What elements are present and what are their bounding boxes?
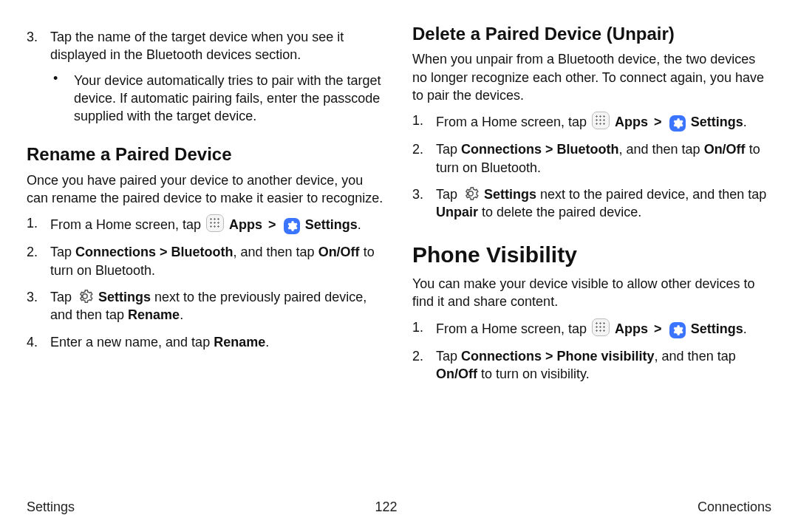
step-number: 1. [412, 318, 436, 338]
step-text: . [180, 307, 183, 322]
chevron-icon: > [654, 321, 662, 336]
apps-icon [206, 214, 224, 232]
step-bold: On/Off [704, 142, 746, 157]
chevron-icon: > [268, 217, 276, 232]
step-text: to delete the paired device. [478, 205, 641, 219]
step-bold: Rename [214, 335, 265, 349]
step-number: 2. [412, 140, 436, 177]
settings-gear-icon [77, 288, 93, 304]
step-bold: Settings [484, 187, 536, 202]
step-end: . [743, 321, 747, 336]
settings-icon [669, 115, 686, 132]
rename-step-1: 1. From a Home screen, tap Apps > Settin… [27, 214, 386, 234]
settings-label: Settings [691, 115, 743, 129]
step-number: 1. [412, 112, 436, 132]
visibility-intro: You can make your device visible to allo… [412, 275, 771, 311]
rename-intro: Once you have paired your device to anot… [27, 171, 386, 208]
visibility-heading: Phone Visibility [412, 240, 771, 270]
visibility-step-1: 1. From a Home screen, tap Apps > Settin… [412, 318, 771, 338]
apps-label: Apps [229, 217, 262, 232]
rename-heading: Rename a Paired Device [27, 143, 386, 166]
step-text: , and then tap [619, 142, 704, 157]
step-bold: On/Off [318, 245, 360, 259]
delete-heading: Delete a Paired Device (Unpair) [412, 22, 771, 46]
bullet-text: Your device automatically tries to pair … [74, 72, 386, 126]
step-number: 4. [27, 333, 50, 351]
footer-left: Settings [27, 498, 75, 516]
footer-right: Connections [698, 498, 771, 516]
step-text: Tap [50, 290, 75, 304]
step-bold: On/Off [436, 366, 477, 381]
settings-label: Settings [691, 321, 743, 336]
pair-step-3-bullet: • Your device automatically tries to pai… [50, 72, 386, 126]
settings-gear-icon [463, 185, 479, 202]
step-text: Tap [436, 142, 461, 157]
step-number: 3. [27, 288, 50, 324]
apps-icon [592, 112, 610, 129]
settings-icon [284, 218, 300, 234]
left-column: 3. Tap the name of the target device whe… [27, 22, 386, 392]
step-number: 2. [27, 243, 50, 279]
two-column-layout: 3. Tap the name of the target device whe… [27, 22, 771, 392]
step-bold: Settings [98, 290, 151, 304]
step-number: 3. [27, 28, 50, 129]
step-number: 2. [412, 347, 436, 383]
step-text: Tap the name of the target device when y… [50, 30, 344, 62]
step-text: next to the paired device, and then tap [536, 187, 766, 202]
apps-label: Apps [615, 115, 648, 129]
step-bold: Connections > Bluetooth [461, 142, 619, 157]
visibility-step-2: 2. Tap Connections > Phone visibility, a… [412, 347, 771, 383]
bullet-icon: • [50, 72, 74, 126]
step-number: 1. [27, 214, 50, 234]
page-footer: Settings 122 Connections [27, 498, 771, 516]
rename-step-4: 4. Enter a new name, and tap Rename. [27, 333, 386, 351]
step-end: . [743, 115, 747, 129]
rename-step-3: 3. Tap Settings next to the previously p… [27, 288, 386, 324]
right-column: Delete a Paired Device (Unpair) When you… [412, 22, 771, 392]
delete-intro: When you unpair from a Bluetooth device,… [412, 50, 771, 104]
chevron-icon: > [654, 115, 662, 129]
step-end: . [358, 217, 361, 232]
step-text: Tap [436, 349, 461, 364]
step-text: . [265, 335, 269, 349]
step-text: to turn on visibility. [477, 366, 590, 381]
rename-step-2: 2. Tap Connections > Bluetooth, and then… [27, 243, 386, 279]
settings-label: Settings [305, 217, 358, 232]
step-text: Enter a new name, and tap [50, 335, 214, 349]
step-bold: Unpair [436, 205, 478, 219]
step-text: , and then tap [233, 245, 318, 259]
step-text: Tap [436, 187, 461, 202]
apps-icon [592, 318, 610, 336]
manual-page: 3. Tap the name of the target device whe… [0, 0, 798, 532]
settings-icon [669, 322, 686, 338]
step-number: 3. [412, 185, 436, 222]
step-bold: Connections > Bluetooth [75, 245, 233, 259]
step-text: From a Home screen, tap [50, 217, 205, 232]
footer-page-number: 122 [375, 498, 397, 516]
step-text: Tap [50, 245, 75, 259]
step-bold: Connections > Phone visibility [461, 349, 655, 364]
pair-step-3: 3. Tap the name of the target device whe… [27, 28, 386, 129]
delete-step-2: 2. Tap Connections > Bluetooth, and then… [412, 140, 771, 177]
delete-step-3: 3. Tap Settings next to the paired devic… [412, 185, 771, 222]
step-text: From a Home screen, tap [436, 115, 590, 129]
delete-step-1: 1. From a Home screen, tap Apps > Settin… [412, 112, 771, 132]
step-bold: Rename [128, 307, 180, 322]
step-text: , and then tap [655, 349, 736, 364]
apps-label: Apps [615, 321, 648, 336]
step-text: From a Home screen, tap [436, 321, 590, 336]
